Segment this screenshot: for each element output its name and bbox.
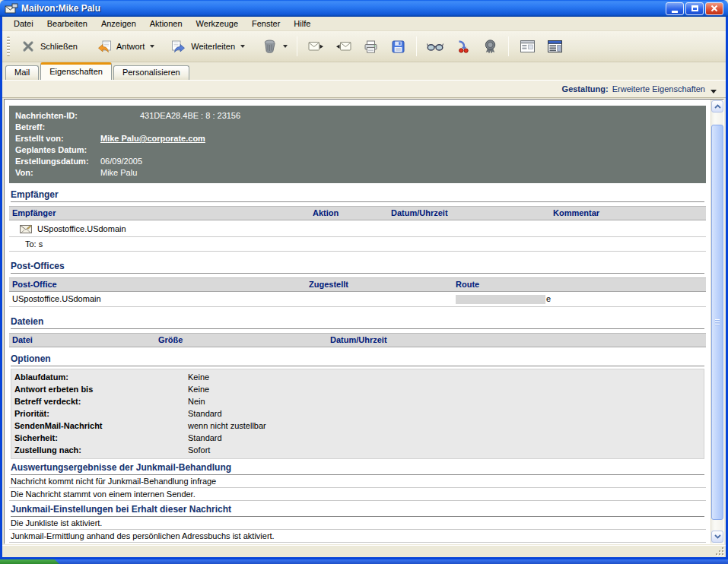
view-details-button[interactable] — [421, 34, 449, 59]
layout-advanced-button[interactable] — [541, 34, 568, 59]
section-title-junk-results: Auswertungsergebnisse der Junkmail-Behan… — [11, 462, 704, 475]
section-title-junk-settings: Junkmail-Einstellungen bei Erhalt dieser… — [11, 504, 704, 517]
options-panel: Ablaufdatum:Keine Antwort erbeten bisKei… — [11, 369, 704, 459]
print-button[interactable] — [357, 34, 384, 59]
option-label: Sicherheit: — [14, 432, 188, 444]
option-value: Nein — [188, 395, 704, 407]
body-area: Nachrichten-ID:431DEA28.4BE : 8 : 23156 … — [2, 98, 726, 545]
to-line: To: s — [25, 239, 43, 249]
column-header: Post-Office — [9, 278, 306, 291]
section-title-optionen: Optionen — [11, 353, 704, 366]
scroll-up-button[interactable] — [711, 100, 723, 112]
main-toolbar: Schließen Antwort Weiterleiten — [2, 31, 726, 62]
field-label: Geplantes Datum: — [15, 144, 100, 156]
menu-bar: Datei Bearbeiten Anzeigen Aktionen Werkz… — [2, 17, 726, 31]
route-suffix: e — [546, 294, 551, 303]
minimize-button[interactable] — [666, 2, 684, 15]
recipient-name: USpostoffice.USdomain — [37, 220, 126, 237]
forward-label: Weiterleiten — [191, 42, 235, 51]
toolbar-separator — [508, 36, 509, 56]
junk-setting-line: Die Junkliste ist aktiviert. — [9, 517, 706, 530]
menu-werkzeuge[interactable]: Werkzeuge — [189, 17, 245, 30]
tab-mail[interactable]: Mail — [5, 65, 39, 80]
section-title-dateien: Dateien — [11, 316, 704, 329]
delete-dropdown-icon[interactable] — [283, 45, 288, 48]
start-button-fragment[interactable] — [0, 559, 59, 564]
junk-seal-button[interactable] — [476, 34, 504, 59]
option-label: Betreff verdeckt: — [14, 395, 188, 407]
save-button[interactable] — [384, 34, 412, 59]
mark-unread-button[interactable] — [329, 34, 357, 59]
minimize-icon — [672, 11, 678, 13]
field-label: Erstellungsdatum: — [15, 156, 100, 167]
close-x-icon — [20, 38, 37, 55]
menu-hilfe[interactable]: Hilfe — [287, 17, 317, 30]
menu-datei[interactable]: Datei — [7, 17, 40, 30]
close-button[interactable] — [705, 2, 723, 15]
mark-read-button[interactable] — [302, 34, 329, 59]
window-controls — [666, 2, 723, 15]
tab-personalisieren-label: Personalisieren — [122, 68, 180, 77]
view-settings-bar: Gestaltung: Erweiterte Eigenschaften — [2, 80, 726, 98]
option-label: Priorität: — [14, 407, 188, 420]
layout-basic-button[interactable] — [513, 34, 541, 59]
field-label: Nachrichten-ID: — [15, 110, 100, 122]
column-header: Größe — [155, 334, 327, 347]
floppy-disk-icon — [389, 38, 406, 55]
gestaltung-dropdown-icon[interactable] — [711, 90, 717, 93]
column-header: Route — [453, 278, 706, 291]
envelope-back-icon — [335, 38, 351, 55]
reply-button[interactable]: Antwort — [91, 34, 150, 59]
table-row[interactable]: USpostoffice.USdomain — [9, 220, 706, 237]
window-title: Mailvon:Mike Palu — [21, 3, 666, 14]
table-row: To: s — [9, 237, 706, 252]
toolbar-grip[interactable] — [7, 36, 10, 56]
message-id-value: 431DEA28.4BE : 8 : 23156 — [100, 110, 240, 122]
junk-setting-line: Die Blockierliste ist aktiviert. — [9, 543, 706, 543]
tab-strip: Mail Eigenschaften Personalisieren — [2, 62, 726, 80]
close-message-button[interactable]: Schließen — [14, 34, 83, 59]
scroll-down-button[interactable] — [711, 531, 723, 543]
option-label: SendenMail-Nachricht — [14, 420, 188, 432]
menu-fenster[interactable]: Fenster — [245, 17, 287, 30]
maximize-button[interactable] — [685, 2, 704, 15]
option-label: Ablaufdatum: — [14, 371, 188, 383]
resize-grip[interactable] — [715, 547, 724, 556]
delete-button[interactable] — [256, 34, 283, 59]
option-value: Sofort — [188, 444, 704, 456]
scroll-thumb[interactable] — [711, 125, 723, 520]
printer-icon — [362, 38, 379, 55]
taskbar — [0, 559, 728, 564]
screen: Mailvon:Mike Palu Datei Bearbeiten Anzei… — [0, 0, 728, 564]
menu-bearbeiten[interactable]: Bearbeiten — [40, 17, 94, 30]
from-value: Mike Palu — [100, 167, 137, 179]
title-bar[interactable]: Mailvon:Mike Palu — [0, 0, 728, 17]
junk-result-line: Die Nachricht stammt von einem internen … — [9, 488, 706, 501]
reply-label: Antwort — [116, 42, 145, 51]
junk-setting-line: Junkmail-Ermittlung anhand des persönlic… — [9, 530, 706, 543]
menu-anzeigen[interactable]: Anzeigen — [94, 17, 143, 30]
status-bar — [2, 545, 726, 557]
field-label: Erstellt von: — [15, 133, 100, 144]
forward-dropdown-icon[interactable] — [240, 45, 245, 48]
files-table-header: Datei Größe Datum/Uhrzeit — [9, 333, 706, 347]
menu-aktionen[interactable]: Aktionen — [143, 17, 189, 30]
creation-date-value: 06/09/2005 — [100, 156, 142, 167]
toolbar-separator — [416, 36, 417, 56]
column-header: Kommentar — [550, 207, 706, 220]
reply-dropdown-icon[interactable] — [150, 45, 154, 48]
forward-button[interactable]: Weiterleiten — [165, 34, 240, 59]
tab-eigenschaften[interactable]: Eigenschaften — [40, 62, 112, 80]
section-title-empfaenger: Empfänger — [11, 189, 704, 202]
field-label: Betreff: — [15, 122, 100, 133]
retract-message-button[interactable] — [449, 34, 476, 59]
maximize-icon — [691, 5, 698, 11]
gestaltung-value[interactable]: Erweiterte Eigenschaften — [612, 84, 705, 93]
creator-email-link[interactable]: Mike Palu@corporate.com — [100, 133, 205, 144]
column-header: Aktion — [310, 207, 388, 220]
tab-personalisieren[interactable]: Personalisieren — [113, 65, 189, 80]
forward-icon — [170, 38, 187, 55]
content-frame: Nachrichten-ID:431DEA28.4BE : 8 : 23156 … — [4, 99, 724, 544]
vertical-scrollbar[interactable] — [711, 100, 723, 543]
panel-layout-blue-icon — [546, 38, 563, 55]
